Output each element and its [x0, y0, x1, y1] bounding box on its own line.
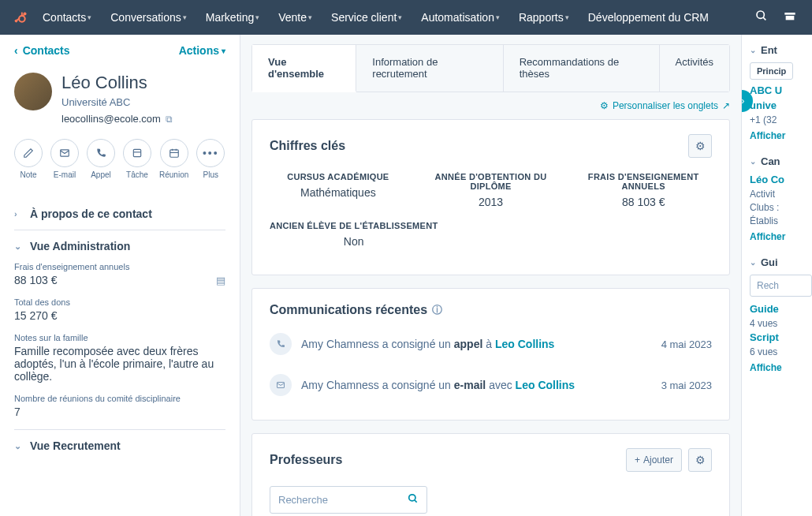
search-icon	[408, 493, 419, 507]
nav-automatisation[interactable]: Automatisation▾	[413, 0, 508, 35]
section-about[interactable]: › À propos de ce contact	[14, 198, 225, 230]
nav-marketing[interactable]: Marketing▾	[198, 0, 267, 35]
company-link[interactable]: ABC U	[750, 84, 812, 96]
info-icon[interactable]: ⓘ	[432, 303, 442, 317]
kpi-label: CURSUS ACADÉMIQUE	[270, 172, 407, 181]
kpi-label: ANCIEN ÉLÈVE DE L'ÉTABLISSEMENT	[270, 221, 438, 230]
tab-activities[interactable]: Activités	[660, 45, 729, 92]
task-button[interactable]: Tâche	[123, 139, 151, 179]
communications-card: Communications récentes ⓘ Amy Chamness a…	[251, 288, 730, 421]
field-value: 7	[14, 406, 20, 418]
rp-section-candidates[interactable]: ⌄ Can	[750, 155, 812, 167]
field-label: Nombre de réunions du comité disciplinai…	[14, 394, 225, 403]
avatar[interactable]	[14, 73, 52, 110]
kpi-label: ANNÉE D'OBTENTION DU DIPLÔME	[423, 172, 560, 191]
chevron-down-icon: ⌄	[14, 241, 22, 252]
main-content: Vue d'ensemble Information de recrutemen…	[240, 35, 741, 516]
add-button[interactable]: +Ajouter	[626, 448, 682, 472]
nav-conversations[interactable]: Conversations▾	[102, 0, 195, 35]
chevron-down-icon: ⌄	[750, 157, 756, 166]
field-value: 15 270 €	[14, 309, 58, 322]
email-icon	[270, 374, 292, 396]
section-recruit[interactable]: ⌄ Vue Recrutement	[14, 429, 225, 462]
email-button[interactable]: E-mail	[50, 139, 79, 179]
candidate-link[interactable]: Léo Co	[750, 174, 812, 185]
chevron-down-icon: ⌄	[14, 441, 22, 451]
section-admin[interactable]: ⌄ Vue Administration	[14, 230, 225, 262]
show-more-link[interactable]: Afficher	[750, 231, 812, 242]
communication-date: 3 mai 2023	[661, 380, 712, 391]
guide-link[interactable]: Guide	[750, 303, 812, 315]
svg-line-7	[763, 17, 765, 20]
company-phone: +1 (32	[750, 114, 812, 125]
details-icon[interactable]: ▤	[216, 275, 225, 286]
nav-rapports[interactable]: Rapports▾	[511, 0, 577, 35]
svg-line-19	[415, 500, 417, 503]
svg-rect-11	[133, 149, 140, 156]
card-settings-button[interactable]: ⚙	[688, 448, 712, 472]
tab-overview[interactable]: Vue d'ensemble	[252, 45, 356, 92]
rp-section-guides[interactable]: ⌄ Gui	[750, 256, 812, 268]
svg-rect-13	[169, 150, 178, 157]
show-more-link[interactable]: Affiche	[750, 362, 812, 373]
top-navigation: Contacts▾ Conversations▾ Marketing▾ Vent…	[0, 0, 812, 35]
field-label: Frais d'enseignement annuels	[14, 262, 225, 271]
professors-card: Professeurs +Ajouter ⚙ Recherche Libellé…	[251, 433, 730, 516]
chevron-down-icon: ⌄	[750, 46, 756, 54]
card-settings-button[interactable]: ⚙	[688, 134, 712, 158]
communication-item[interactable]: Amy Chamness a consigné un e-mail avec L…	[270, 365, 712, 406]
right-panel: » ⌄ Ent Princip ABC U unive +1 (32 Affic…	[741, 35, 812, 516]
gear-icon: ⚙	[695, 140, 706, 152]
nav-contacts[interactable]: Contacts▾	[35, 0, 99, 35]
kpi-value: Non	[270, 235, 438, 248]
contact-name: Léo Collins	[61, 73, 173, 93]
customize-tabs-link[interactable]: ⚙ Personnaliser les onglets ↗	[600, 100, 730, 111]
left-sidebar: ‹ Contacts Actions ▾ Léo Collins Univers…	[0, 35, 240, 516]
gear-icon: ⚙	[600, 100, 609, 111]
nav-service-client[interactable]: Service client▾	[323, 0, 410, 35]
show-more-link[interactable]: Afficher	[750, 130, 812, 141]
card-title: Chiffres clés	[270, 139, 345, 153]
kpi-card: Chiffres clés ⚙ CURSUS ACADÉMIQUE Mathém…	[251, 119, 730, 275]
nav-vente[interactable]: Vente▾	[270, 0, 320, 35]
call-icon	[270, 333, 292, 355]
svg-rect-9	[786, 16, 795, 20]
tabs: Vue d'ensemble Information de recrutemen…	[251, 44, 730, 92]
tab-thesis-recommendations[interactable]: Recommandations de thèses	[504, 45, 660, 92]
contact-company: Université ABC	[61, 96, 173, 108]
gear-icon: ⚙	[695, 454, 706, 466]
communication-item[interactable]: Amy Chamness a consigné un appel à Leo C…	[270, 323, 712, 365]
field-label: Total des dons	[14, 297, 225, 307]
chevron-down-icon: ⌄	[750, 258, 756, 267]
search-input[interactable]: Recherche	[270, 486, 427, 514]
svg-point-6	[757, 11, 764, 18]
contact-email: leocollins@ecole.com	[61, 113, 161, 125]
meeting-button[interactable]: Réunion	[159, 139, 188, 179]
card-title: Communications récentes	[270, 303, 427, 317]
tab-recruitment-info[interactable]: Information de recrutement	[356, 45, 503, 92]
card-title: Professeurs	[270, 453, 343, 467]
kpi-value: 2013	[423, 196, 560, 208]
more-button[interactable]: ••• Plus	[196, 139, 225, 179]
hubspot-logo[interactable]	[9, 6, 32, 28]
actions-dropdown[interactable]: Actions ▾	[179, 44, 225, 57]
company-link[interactable]: unive	[750, 99, 812, 111]
kpi-value: 88 103 €	[575, 196, 712, 208]
external-link-icon: ↗	[722, 100, 730, 111]
nav-developpement-crm[interactable]: Développement du CRM	[580, 0, 717, 35]
field-label: Notes sur la famille	[14, 333, 225, 342]
search-icon[interactable]	[749, 9, 774, 25]
marketplace-icon[interactable]	[777, 9, 803, 25]
chevron-left-icon: ‹	[14, 44, 18, 57]
kpi-label: FRAIS D'ENSEIGNEMENT ANNUELS	[575, 172, 712, 191]
svg-line-4	[23, 15, 24, 17]
copy-icon[interactable]: ⧉	[166, 114, 173, 125]
chevron-down-icon: ▾	[222, 47, 225, 55]
rp-section-companies[interactable]: ⌄ Ent	[750, 44, 812, 56]
back-to-contacts[interactable]: ‹ Contacts	[14, 44, 70, 57]
guide-search[interactable]: Rech	[750, 275, 812, 297]
note-button[interactable]: Note	[14, 139, 43, 179]
field-value: 88 103 €	[14, 274, 58, 286]
call-button[interactable]: Appel	[87, 139, 115, 179]
guide-link[interactable]: Script	[750, 331, 812, 343]
